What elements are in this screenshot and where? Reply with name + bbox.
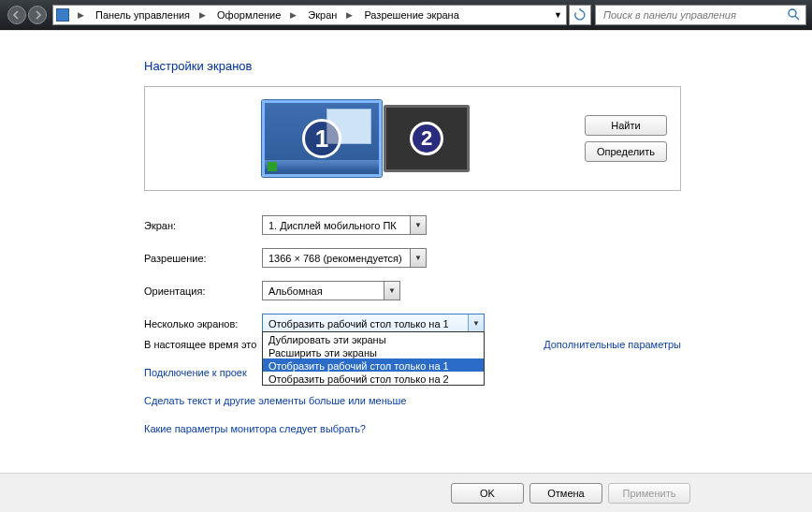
refresh-button[interactable] [569, 5, 591, 25]
svg-line-1 [795, 16, 799, 20]
multi-display-select[interactable]: Отобразить рабочий стол только на 1 ▼ Ду… [262, 314, 485, 333]
refresh-icon [573, 8, 587, 22]
back-icon [12, 10, 22, 20]
display-label: Экран: [144, 220, 262, 231]
dropdown-option[interactable]: Дублировать эти экраны [263, 332, 484, 345]
chevron-right-icon[interactable]: ▶ [341, 6, 358, 24]
dropdown-option[interactable]: Отобразить рабочий стол только на 2 [263, 372, 484, 385]
text-size-link[interactable]: Сделать текст и другие элементы больше и… [144, 395, 406, 406]
chevron-right-icon[interactable]: ▶ [284, 6, 302, 24]
breadcrumb[interactable]: ▶ Панель управления ▶ Оформление ▶ Экран… [52, 5, 567, 25]
back-button[interactable] [7, 6, 26, 24]
svg-point-0 [789, 9, 796, 17]
identify-button[interactable]: Определить [585, 141, 667, 162]
primary-display-note: В настоящее время это [144, 339, 256, 350]
breadcrumb-item[interactable]: Оформление [211, 6, 284, 24]
apply-button[interactable]: Применить [608, 483, 690, 504]
control-panel-icon [53, 6, 72, 24]
projector-link[interactable]: Подключение к проек [144, 367, 247, 378]
monitor-number: 2 [410, 122, 443, 155]
display-value: 1. Дисплей мобильного ПК [268, 220, 410, 231]
page-title: Настройки экранов [144, 59, 692, 73]
nav-arrows [4, 6, 51, 24]
orientation-select[interactable]: Альбомная ▼ [262, 281, 400, 300]
page: Настройки экранов 1 2 Найти Определить Э… [0, 30, 812, 512]
multi-display-dropdown: Дублировать эти экраны Расширить эти экр… [262, 331, 485, 386]
dialog-buttons: OK Отмена Применить [0, 473, 812, 512]
breadcrumb-item[interactable]: Экран [302, 6, 341, 24]
dropdown-option[interactable]: Отобразить рабочий стол только на 1 [263, 358, 484, 372]
help-link[interactable]: Какие параметры монитора следует выбрать… [144, 423, 366, 434]
chevron-right-icon[interactable]: ▶ [72, 6, 90, 24]
cancel-button[interactable]: Отмена [529, 483, 602, 504]
detect-button[interactable]: Найти [585, 115, 667, 136]
multi-display-label: Несколько экранов: [144, 318, 262, 329]
chevron-right-icon[interactable]: ▶ [194, 6, 211, 24]
resolution-select[interactable]: 1366 × 768 (рекомендуется) ▼ [262, 248, 427, 268]
search-box[interactable] [595, 5, 806, 25]
monitor-2[interactable]: 2 [384, 105, 470, 172]
display-preview: 1 2 Найти Определить [144, 86, 681, 191]
chevron-down-icon: ▼ [468, 315, 484, 332]
monitor-1[interactable]: 1 [262, 100, 382, 177]
search-icon [787, 7, 800, 22]
display-select[interactable]: 1. Дисплей мобильного ПК ▼ [262, 215, 427, 235]
search-input[interactable] [602, 8, 787, 22]
ok-button[interactable]: OK [451, 483, 524, 504]
chevron-down-icon: ▼ [384, 282, 399, 300]
chevron-down-icon: ▼ [410, 216, 426, 234]
dropdown-option[interactable]: Расширить эти экраны [263, 345, 484, 358]
chevron-down-icon: ▼ [410, 249, 426, 267]
breadcrumb-item[interactable]: Панель управления [90, 6, 194, 24]
breadcrumb-dropdown[interactable]: ▼ [549, 6, 566, 24]
multi-display-value: Отобразить рабочий стол только на 1 [268, 318, 468, 329]
monitor-number: 1 [302, 119, 341, 158]
orientation-label: Ориентация: [144, 285, 262, 297]
orientation-value: Альбомная [268, 285, 384, 297]
forward-button[interactable] [28, 6, 47, 24]
address-toolbar: ▶ Панель управления ▶ Оформление ▶ Экран… [0, 0, 812, 30]
resolution-value: 1366 × 768 (рекомендуется) [268, 253, 410, 264]
breadcrumb-item[interactable]: Разрешение экрана [358, 6, 462, 24]
forward-icon [33, 10, 42, 20]
advanced-settings-link[interactable]: Дополнительные параметры [544, 339, 681, 350]
resolution-label: Разрешение: [144, 253, 262, 264]
